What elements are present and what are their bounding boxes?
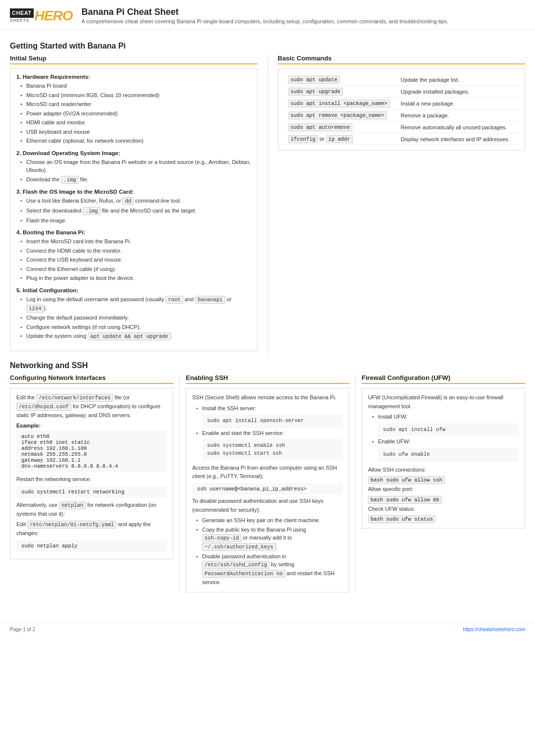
restart-label: Restart the networking service: (16, 475, 167, 484)
firewall-list: Install UFW: sudo apt install ufw Enable… (368, 413, 519, 462)
list-item: Plug in the power adapter to boot the de… (20, 274, 251, 282)
allow-ssh-label: Allow SSH connections: (368, 466, 519, 475)
example-label: Example: (16, 423, 167, 429)
img-code2: .img (83, 207, 100, 215)
restart-cmd-block: sudo systemctl restart networking (16, 486, 167, 498)
allow-ssh-cmd: bash sudo ufw allow ssh (368, 476, 445, 484)
cmd-cell: ifconfig or ip addr (284, 133, 397, 145)
list-item: Change the default password immediately. (20, 314, 251, 322)
firewall-intro: UFW (Uncomplicated Firewall) is an easy-… (368, 393, 519, 411)
basic-commands-content: sudo apt update Update the package list.… (278, 68, 526, 151)
cmd-cell: sudo apt update (284, 74, 397, 86)
hardware-requirements-list: Banana Pi board MicroSD card (minimum 8G… (16, 82, 251, 145)
logo-cheat: CHEAT (10, 8, 34, 18)
cmd-cell: sudo apt install <package_name> (284, 98, 397, 109)
authorized-keys-code: ~/.ssh/authorized_keys (202, 543, 276, 551)
cmd-code: ifconfig (288, 135, 318, 143)
networking-columns: Configuring Network Interfaces Edit the … (10, 374, 525, 593)
ssh-access-cmd: ssh username@<banana_pi_ip_address> (192, 483, 343, 495)
list-item: Flash the image. (20, 216, 251, 225)
root-code: root (165, 296, 183, 304)
apt-update-upgrade-code: apt update && apt upgrade (88, 332, 171, 340)
check-status-label: Check UFW status: (368, 505, 519, 514)
list-item: Install UFW: sudo apt install ufw (372, 413, 519, 436)
booting-list: Insert the MicroSD card into the Banana … (16, 237, 251, 282)
flash-os-section: 3. Flash the OS Image to the MicroSD Car… (16, 189, 251, 224)
pw-auth-code: PasswordAuthentication no (202, 570, 285, 578)
list-item: Log in using the default username and pa… (20, 295, 251, 313)
configuring-intro: Edit the /etc/network/interfaces file (o… (16, 393, 167, 420)
example-code-block: auto eth0 iface eth0 inet static address… (16, 431, 167, 472)
list-item: Power adapter (5V/2A recommended) (20, 109, 251, 118)
dhcpcd-code: /etc/dhcpcd.conf (16, 403, 71, 411)
ssh-intro: SSH (Secure Shell) allows remote access … (192, 393, 343, 402)
cmd-cell: sudo apt autoremove (284, 121, 397, 133)
page-number: Page 1 of 2 (10, 627, 35, 632)
list-item: Select the downloaded .img file and the … (20, 207, 251, 216)
initial-config-section: 5. Initial Configuration: Log in using t… (16, 287, 251, 341)
firewall-column: Firewall Configuration (UFW) UFW (Uncomp… (356, 374, 525, 593)
ufw-enable-cmd: sudo ufw enable (378, 448, 519, 462)
ssh-disable-list: Generate an SSH key pair on the client m… (192, 516, 343, 586)
alternatively-text: Alternatively, use netplan for network c… (16, 501, 167, 518)
list-item: Enable UFW: sudo ufw enable (372, 437, 519, 461)
list-item: Install the SSH server: sudo apt install… (196, 404, 343, 428)
firewall-panel: UFW (Uncomplicated Firewall) is an easy-… (362, 388, 525, 529)
allow-port-label: Allow specific port: (368, 485, 519, 494)
cmd-cell: sudo apt upgrade (284, 86, 397, 98)
netplan-code: netplan (59, 501, 86, 509)
booting-section: 4. Booting the Banana Pi: Insert the Mic… (16, 229, 251, 282)
ssh-install-cmd: sudo apt install openssh-server (202, 414, 343, 428)
list-item: USB keyboard and mouse (20, 128, 251, 136)
firewall-title: Firewall Configuration (UFW) (362, 374, 525, 384)
edit-netplan-text: Edit /etc/netplan/01-netcfg.yaml and app… (16, 520, 167, 538)
ssh-disable-text: To disable password authentication and u… (192, 497, 343, 514)
networking-section: Networking and SSH Configuring Network I… (10, 361, 525, 593)
list-item: MicroSD card reader/writer (20, 100, 251, 108)
allow-port-cmd: bash sudo ufw allow 80 (368, 496, 442, 504)
ssh-access-text: Access the Banana Pi from another comput… (192, 464, 343, 481)
ssh-enable-cmd: sudo systemctl enable sshsudo systemctl … (202, 439, 343, 461)
basic-commands-column: Basic Commands sudo apt update Update th… (268, 54, 526, 354)
cmd-code: sudo apt autoremove (288, 123, 353, 131)
download-os-list: Choose an OS image from the Banana Pi we… (16, 158, 251, 184)
list-item: HDMI cable and monitor (20, 118, 251, 127)
enabling-ssh-column: Enabling SSH SSH (Secure Shell) allows r… (180, 374, 356, 593)
list-item: Copy the public key to the Banana Pi usi… (196, 526, 343, 551)
page-subtitle: A comprehensive cheat sheet covering Ban… (81, 18, 448, 24)
configuring-panel: Edit the /etc/network/interfaces file (o… (10, 388, 173, 559)
list-item: Connect the HDMI cable to the monitor. (20, 247, 251, 255)
enabling-ssh-title: Enabling SSH (186, 374, 349, 384)
initial-config-title: 5. Initial Configuration: (16, 287, 251, 293)
initial-config-list: Log in using the default username and pa… (16, 295, 251, 341)
hardware-requirements-section: 1. Hardware Requirements: Banana Pi boar… (16, 74, 251, 145)
configuring-title: Configuring Network Interfaces (10, 374, 173, 384)
list-item: Banana Pi board (20, 82, 251, 90)
cmd-code: sudo apt update (288, 76, 340, 84)
header-title-block: Banana Pi Cheat Sheet A comprehensive ch… (81, 7, 448, 24)
page-title: Banana Pi Cheat Sheet (81, 7, 448, 17)
bananapi-code: bananapi (195, 296, 225, 304)
list-item: Generate an SSH key pair on the client m… (196, 516, 343, 525)
commands-table: sudo apt update Update the package list.… (284, 74, 519, 145)
footer-link[interactable]: https://cheatsheetshero.com (463, 627, 525, 632)
list-item: Insert the MicroSD card into the Banana … (20, 237, 251, 246)
table-row: sudo apt remove <package_name> Remove a … (284, 109, 519, 121)
logo-sheets: SHEETS (10, 18, 29, 23)
table-row: sudo apt autoremove Remove automatically… (284, 121, 519, 133)
table-row: ifconfig or ip addr Display network inte… (284, 133, 519, 145)
cmd-code: sudo apt install <package_name> (288, 100, 390, 108)
page-body: Getting Started with Banana Pi Initial S… (0, 30, 535, 612)
header: CHEAT SHEETS HERO Banana Pi Cheat Sheet … (0, 0, 535, 30)
initial-setup-content: 1. Hardware Requirements: Banana Pi boar… (10, 68, 258, 351)
download-os-section: 2. Download Operating System Image: Choo… (16, 150, 251, 184)
desc-cell: Install a new package. (397, 98, 519, 109)
img-code: .img (61, 176, 78, 184)
footer: Page 1 of 2 https://cheatsheetshero.com (0, 622, 535, 636)
interfaces-code: /etc/network/interfaces (36, 394, 113, 402)
desc-cell: Update the package list. (397, 74, 519, 86)
enabling-ssh-panel: SSH (Secure Shell) allows remote access … (186, 388, 349, 593)
basic-commands-title: Basic Commands (278, 54, 526, 64)
list-item: Connect the USB keyboard and mouse. (20, 256, 251, 264)
netcfg-code: /etc/netplan/01-netcfg.yaml (27, 521, 116, 529)
